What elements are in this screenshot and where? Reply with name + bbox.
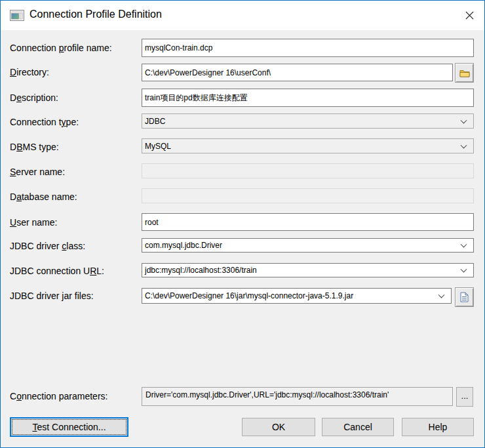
connection-profile-name-input[interactable] (142, 39, 474, 57)
server-name-label: Server name: (10, 166, 65, 178)
database-name-label: Database name: (10, 191, 77, 203)
connection-type-label: Connection type: (10, 116, 79, 128)
dbms-type-dropdown[interactable]: MySQL (142, 138, 474, 153)
chevron-down-icon (461, 117, 467, 123)
database-name-input (142, 188, 474, 203)
jdbc-connection-url-label: JDBC connection URL: (10, 265, 104, 277)
jdbc-connection-url-value: jdbc:mysql://localhost:3306/train (145, 266, 257, 275)
chevron-down-icon (438, 292, 445, 298)
description-label: Description: (10, 92, 58, 104)
connection-profile-definition-dialog: Connection Profile Definition Connection… (0, 0, 485, 448)
directory-label: Directory: (10, 66, 49, 78)
close-button[interactable] (454, 1, 484, 30)
jdbc-driver-class-value: com.mysql.jdbc.Driver (145, 241, 222, 250)
connection-parameters-label: Connection parameters: (10, 390, 107, 402)
jdbc-driver-class-combobox[interactable]: com.mysql.jdbc.Driver (142, 238, 474, 253)
cancel-button[interactable]: Cancel (322, 418, 394, 436)
help-button[interactable]: Help (402, 418, 474, 436)
jdbc-connection-url-combobox[interactable]: jdbc:mysql://localhost:3306/train (142, 263, 474, 277)
connection-type-value: JDBC (145, 117, 165, 126)
chevron-down-icon (461, 266, 467, 273)
connection-parameters-ellipsis-button[interactable]: ... (456, 387, 473, 407)
dbms-type-value: MySQL (145, 142, 171, 151)
connection-parameters-field: Driver='com.mysql.jdbc.Driver',URL='jdbc… (142, 387, 453, 406)
description-input[interactable] (142, 89, 474, 107)
close-x-icon (465, 11, 474, 20)
document-icon (460, 292, 469, 302)
user-name-label: User name: (10, 216, 57, 228)
dbms-type-label: DBMS type: (10, 141, 59, 153)
browse-directory-button[interactable] (455, 63, 474, 83)
ok-button[interactable]: OK (242, 418, 315, 436)
chevron-down-icon (461, 142, 467, 148)
title-bar: Connection Profile Definition (1, 1, 484, 30)
browse-jar-file-button[interactable] (455, 287, 474, 307)
jdbc-driver-jar-files-label: JDBC driver jar files: (10, 290, 94, 302)
connection-profile-name-label: Connection profile name: (10, 42, 112, 54)
folder-icon (459, 69, 470, 77)
user-name-input[interactable] (142, 213, 474, 231)
chevron-down-icon (461, 241, 467, 248)
server-name-input (142, 163, 474, 178)
jdbc-driver-class-label: JDBC driver class: (10, 240, 85, 252)
jdbc-driver-jar-files-combobox[interactable]: C:\dev\PowerDesigner 16\jar\mysql-connec… (142, 288, 452, 304)
directory-input[interactable] (142, 64, 453, 81)
dialog-title: Connection Profile Definition (29, 9, 162, 20)
app-window-icon (10, 10, 24, 21)
jdbc-driver-jar-files-value: C:\dev\PowerDesigner 16\jar\mysql-connec… (145, 291, 353, 300)
connection-type-dropdown[interactable]: JDBC (142, 113, 474, 129)
test-connection-button[interactable]: Test Connection... (10, 417, 128, 437)
